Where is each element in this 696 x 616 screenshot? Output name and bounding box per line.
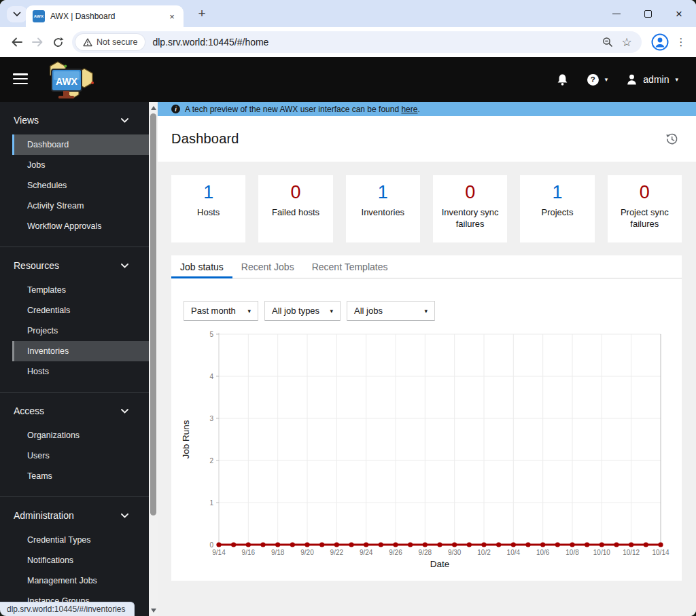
data-point[interactable] [585,542,589,547]
activity-history-icon[interactable] [665,133,678,145]
notifications-bell-icon[interactable] [557,73,568,86]
help-icon: ? [587,74,599,86]
nav-group-header-views[interactable]: Views [0,111,149,130]
data-point[interactable] [334,542,339,547]
data-point[interactable] [349,542,353,547]
nav-group-header-access[interactable]: Access [0,401,149,420]
sidebar-item-organizations[interactable]: Organizations [12,425,149,446]
stat-cards: 1Hosts0Failed hosts1Inventories0Inventor… [171,175,682,242]
y-tick-label: 1 [209,499,213,507]
filter-select-all-job-types[interactable]: All job types▾ [264,301,341,321]
data-point[interactable] [555,542,560,547]
sidebar-item-hosts[interactable]: Hosts [12,361,149,382]
scroll-down-button[interactable] [149,605,158,615]
sidebar-item-notifications[interactable]: Notifications [12,550,149,570]
window-close-button[interactable]: × [663,0,695,27]
nav-toggle-button[interactable] [13,73,28,87]
select-value: All jobs [354,306,383,316]
sidebar-item-jobs[interactable]: Jobs [12,155,149,175]
data-point[interactable] [614,542,619,547]
data-point[interactable] [393,542,398,547]
user-menu[interactable]: admin ▾ [627,74,678,85]
window-maximize-button[interactable] [632,0,663,27]
stat-card-inventories[interactable]: 1Inventories [346,175,420,242]
sidebar-item-workflow-approvals[interactable]: Workflow Approvals [12,216,149,236]
back-button[interactable] [7,32,27,52]
sidebar-item-projects[interactable]: Projects [12,321,149,341]
sidebar-item-credential-types[interactable]: Credential Types [12,530,149,550]
tab-search-button[interactable] [7,6,27,22]
data-point[interactable] [525,542,530,547]
sidebar-item-dashboard[interactable]: Dashboard [12,134,149,155]
awx-logo[interactable]: AWX [38,60,101,103]
filter-select-all-jobs[interactable]: All jobs▾ [347,301,435,321]
scrollbar-thumb[interactable] [150,113,156,515]
scroll-up-button[interactable] [149,103,158,113]
data-point[interactable] [290,542,295,547]
awx-favicon: AWX [33,10,45,22]
sidebar-item-inventories[interactable]: Inventories [12,341,149,361]
sidebar-item-templates[interactable]: Templates [12,280,149,300]
tab-recent-jobs[interactable]: Recent Jobs [232,255,303,278]
sidebar-item-activity-stream[interactable]: Activity Stream [12,196,149,216]
data-point[interactable] [540,542,545,547]
stat-card-failed-hosts[interactable]: 0Failed hosts [258,175,332,242]
x-tick-label: 9/28 [419,549,432,556]
data-point[interactable] [319,542,324,547]
data-point[interactable] [231,542,236,547]
sidebar-item-management-jobs[interactable]: Management Jobs [12,570,149,591]
data-point[interactable] [246,542,251,547]
data-point[interactable] [452,542,457,547]
data-point[interactable] [644,542,648,547]
security-chip[interactable]: Not secure [75,34,145,50]
tab-close-icon[interactable]: × [166,10,178,22]
profile-button[interactable] [650,32,670,52]
url-text[interactable]: dlp.srv.world:10445/#/home [152,37,598,48]
tab-recent-templates[interactable]: Recent Templates [303,255,397,278]
stat-card-projects[interactable]: 1Projects [520,175,594,242]
data-point[interactable] [364,542,368,547]
data-point[interactable] [629,542,633,547]
new-tab-button[interactable]: + [193,5,211,22]
data-point[interactable] [599,542,604,547]
help-menu[interactable]: ? ▾ [587,74,608,86]
nav-group-header-resources[interactable]: Resources [0,256,149,275]
stat-card-hosts[interactable]: 1Hosts [171,175,245,242]
data-point[interactable] [570,542,574,547]
window-minimize-button[interactable] [601,0,632,27]
browser-tabstrip: AWX AWX | Dashboard × + × [0,0,696,27]
data-point[interactable] [216,542,221,547]
banner-here-link[interactable]: here [401,105,417,114]
data-point[interactable] [437,542,442,547]
x-tick-label: 10/6 [536,549,550,556]
browser-menu-button[interactable]: ⋮ [673,36,689,48]
data-point[interactable] [304,542,309,547]
data-point[interactable] [481,542,486,547]
bookmark-button[interactable]: ☆ [617,33,636,52]
sidebar-item-schedules[interactable]: Schedules [12,175,149,196]
filter-select-past-month[interactable]: Past month▾ [184,301,258,321]
data-point[interactable] [260,542,265,547]
data-point[interactable] [423,542,428,547]
data-point[interactable] [467,542,472,547]
data-point[interactable] [658,542,663,547]
zoom-out-button[interactable] [598,33,617,52]
data-point[interactable] [275,542,280,547]
sidebar-item-users[interactable]: Users [12,446,149,466]
url-bar[interactable]: Not secure dlp.srv.world:10445/#/home ☆ [72,31,642,53]
tab-job-status[interactable]: Job status [171,255,232,278]
data-point[interactable] [408,542,413,547]
forward-button[interactable] [27,32,48,52]
sidebar-item-credentials[interactable]: Credentials [12,300,149,321]
data-point[interactable] [379,542,383,547]
reload-button[interactable] [48,32,68,52]
data-point[interactable] [511,542,516,547]
data-point[interactable] [496,542,501,547]
browser-tab[interactable]: AWX AWX | Dashboard × [26,5,184,27]
sidebar-item-teams[interactable]: Teams [12,466,149,486]
stat-card-project-sync-failures[interactable]: 0Project sync failures [608,175,682,242]
nav-group-header-administration[interactable]: Administration [0,506,149,525]
stat-card-inventory-sync-failures[interactable]: 0Inventory sync failures [433,175,507,242]
select-value: All job types [272,306,319,316]
content-scrollbar[interactable] [149,102,158,616]
